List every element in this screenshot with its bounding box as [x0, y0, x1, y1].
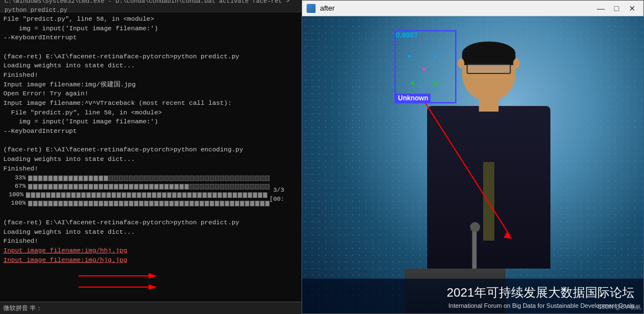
progress-block	[104, 184, 108, 190]
progress-block	[43, 201, 48, 206]
progress-block	[197, 192, 202, 198]
progress-block	[68, 176, 73, 181]
progress-block	[184, 176, 189, 181]
terminal-line: Loading weights into state dict...	[3, 61, 299, 71]
progress-block	[109, 176, 113, 181]
ime-label: 微软拼音 半：	[3, 304, 42, 312]
progress-block	[235, 184, 239, 190]
progress-block	[189, 176, 194, 181]
progress-block	[230, 184, 234, 190]
progress-block	[263, 192, 267, 198]
progress-block	[137, 192, 141, 198]
progress-block	[78, 184, 83, 190]
progress-blocks	[28, 176, 270, 181]
progress-block	[189, 184, 194, 190]
progress-block	[154, 201, 159, 206]
progress-block	[68, 201, 73, 206]
progress-block	[134, 176, 138, 181]
progress-block	[66, 192, 71, 198]
progress-block	[230, 176, 234, 181]
progress-block	[225, 176, 229, 181]
progress-block	[134, 184, 138, 190]
viewer-title-text: after	[320, 4, 335, 12]
progress-bar-row-100a: 100% 3/3 [00:	[3, 191, 299, 199]
progress-block	[134, 201, 138, 206]
progress-block	[245, 184, 249, 190]
progress-block	[225, 184, 229, 190]
progress-block	[184, 201, 189, 206]
progress-block	[28, 184, 33, 190]
terminal-content: File "predict.py", line 58, in <module> …	[0, 12, 303, 267]
progress-block	[104, 176, 108, 181]
progress-block	[124, 201, 128, 206]
progress-block	[28, 176, 33, 181]
progress-block	[223, 192, 227, 198]
progress-block	[84, 201, 88, 206]
progress-block	[58, 201, 63, 206]
progress-block	[63, 184, 68, 190]
person-ear-left	[457, 58, 464, 68]
close-button[interactable]: ✕	[626, 3, 639, 13]
progress-block	[51, 192, 55, 198]
progress-block	[89, 184, 93, 190]
progress-block	[164, 184, 169, 190]
terminal-line: Input image filename:img/hjg.jpg	[3, 256, 299, 265]
terminal-line: Finished!	[3, 71, 299, 80]
progress-block	[139, 176, 143, 181]
progress-block	[240, 201, 244, 206]
progress-block	[114, 201, 118, 206]
progress-block	[129, 201, 133, 206]
landmark-mouth-right	[434, 82, 437, 85]
progress-block	[174, 201, 179, 206]
progress-label-33: 33%	[3, 174, 26, 183]
progress-block	[94, 201, 98, 206]
detection-identity-label: Unknown	[396, 94, 430, 103]
progress-block	[159, 184, 164, 190]
progress-block	[179, 201, 184, 206]
terminal-line	[3, 43, 299, 52]
person-ear-right	[513, 58, 520, 68]
progress-block	[53, 176, 58, 181]
viewer-image-area: 0.9987 Unknown 2021年可持续发展大数据国际论坛 Interna…	[302, 16, 643, 313]
progress-block	[189, 201, 194, 206]
progress-block	[81, 192, 86, 198]
progress-block	[220, 176, 224, 181]
progress-block	[212, 192, 217, 198]
maximize-button[interactable]: □	[610, 3, 623, 13]
progress-block	[61, 192, 66, 198]
image-viewer-window: after — □ ✕	[302, 0, 644, 314]
progress-block	[169, 176, 174, 181]
terminal-title: C:\Windows\System32\cmd.exe - D:\conda\c…	[4, 0, 298, 15]
progress-block	[104, 201, 108, 206]
progress-block	[147, 192, 151, 198]
viewer-titlebar: after — □ ✕	[302, 1, 643, 16]
progress-block	[89, 176, 93, 181]
progress-bar-row-100b: 100%	[3, 200, 299, 207]
progress-block	[119, 184, 123, 190]
progress-block	[56, 192, 61, 198]
minimize-button[interactable]: —	[594, 3, 608, 13]
progress-block	[109, 184, 113, 190]
progress-block	[174, 176, 179, 181]
progress-block	[84, 176, 88, 181]
progress-block	[169, 184, 174, 190]
progress-section: 33%	[3, 174, 299, 207]
progress-block	[73, 201, 78, 206]
terminal-line: img = input('Input image filename:')	[3, 24, 299, 34]
terminal-line: File "predict.py", line 58, in <module>	[3, 15, 299, 24]
terminal-window: C:\Windows\System32\cmd.exe - D:\conda\c…	[0, 0, 303, 314]
person-glasses	[466, 64, 511, 74]
progress-block	[149, 184, 154, 190]
progress-block	[205, 201, 209, 206]
progress-block	[99, 184, 103, 190]
viewer-controls: — □ ✕	[594, 3, 639, 13]
progress-block	[235, 176, 239, 181]
progress-block	[58, 184, 63, 190]
terminal-line: Finished!	[3, 164, 299, 174]
progress-block	[43, 184, 48, 190]
progress-block	[220, 201, 224, 206]
progress-block	[129, 184, 133, 190]
progress-block	[119, 201, 123, 206]
progress-block	[265, 184, 270, 190]
progress-block	[119, 176, 123, 181]
